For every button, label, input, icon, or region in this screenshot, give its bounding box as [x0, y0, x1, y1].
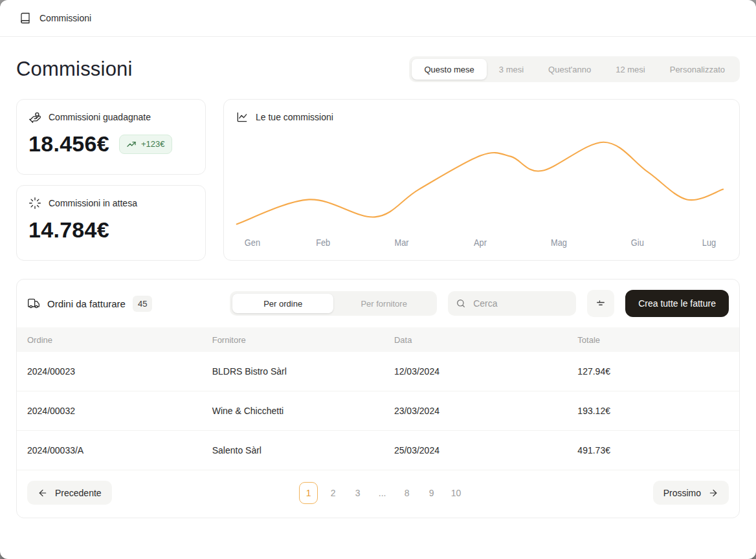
chart-body: GenFebMarAprMagGiuLug: [236, 127, 728, 249]
cell-data: 25/03/2024: [384, 445, 567, 455]
chart-line-icon: [236, 111, 249, 124]
pending-value: 14.784€: [28, 217, 109, 243]
orders-view-tabs: Per ordine Per fornitore: [230, 291, 437, 316]
stats-column: Commissioni guadagnate 18.456€ +123€: [16, 99, 206, 261]
earned-card-header: Commissioni guadagnate: [28, 111, 194, 124]
hand-coins-icon: [28, 111, 41, 124]
page-number-8[interactable]: 8: [397, 482, 416, 504]
orders-table-header: Ordine Fornitore Data Totale: [17, 327, 739, 352]
cell-fornitore: Wine & Chicchetti: [202, 406, 384, 416]
column-header-fornitore: Fornitore: [202, 335, 384, 345]
x-axis-label: Apr: [474, 237, 487, 247]
earned-value: 18.456€: [28, 131, 109, 157]
cell-totale: 127.94€: [567, 366, 739, 377]
tab-per-fornitore[interactable]: Per fornitore: [333, 294, 434, 313]
cell-data: 23/03/2024: [384, 406, 567, 416]
tab-per-ordine[interactable]: Per ordine: [232, 294, 333, 313]
period-option-quest-anno[interactable]: Quest'anno: [536, 59, 603, 80]
page-number-2[interactable]: 2: [324, 482, 342, 504]
chart-line-series: [237, 142, 724, 225]
earned-delta-badge: +123€: [119, 135, 172, 154]
create-all-invoices-button[interactable]: Crea tutte le fatture: [625, 290, 729, 317]
commissions-chart: GenFebMarAprMagGiuLug: [236, 127, 728, 249]
commissions-chart-card: Le tue commissioni GenFebMarAprMagGiuLug: [223, 99, 740, 261]
main-content: Commissioni Questo mese 3 mesi Quest'ann…: [0, 56, 756, 518]
orders-title: Ordini da fatturare: [47, 298, 126, 309]
earned-value-row: 18.456€ +123€: [28, 131, 194, 157]
period-option-3-mesi[interactable]: 3 mesi: [487, 59, 536, 80]
previous-page-button[interactable]: Precedente: [27, 481, 112, 505]
dashboard-grid: Commissioni guadagnate 18.456€ +123€: [16, 99, 740, 261]
period-option-personalizzato[interactable]: Personalizzato: [658, 59, 737, 80]
page-numbers: 1 2 3 ... 8 9 10: [112, 482, 653, 504]
column-header-data: Data: [384, 335, 567, 345]
loader-icon: [28, 197, 41, 210]
orders-toolbar: Ordini da fatturare 45 Per ordine Per fo…: [17, 280, 739, 327]
pending-value-row: 14.784€: [28, 217, 194, 243]
period-option-12-mesi[interactable]: 12 mesi: [603, 59, 658, 80]
orders-search-box: [448, 291, 576, 316]
pending-commissions-card: Commissioni in attesa 14.784€: [16, 185, 206, 261]
column-header-ordine: Ordine: [17, 335, 202, 345]
period-selector: Questo mese 3 mesi Quest'anno 12 mesi Pe…: [409, 56, 740, 82]
cell-totale: 193.12€: [567, 406, 739, 416]
topbar: Commissioni: [0, 0, 756, 37]
table-row[interactable]: 2024/00023 BLDRS Bistro Sàrl 12/03/2024 …: [17, 352, 739, 391]
chart-card-header: Le tue commissioni: [236, 111, 728, 124]
x-axis-label: Gen: [245, 237, 260, 247]
pending-card-label: Commissioni in attesa: [49, 198, 137, 208]
x-axis-label: Mag: [551, 237, 567, 247]
next-page-button[interactable]: Prossimo: [653, 481, 729, 505]
page-number-1[interactable]: 1: [299, 482, 318, 504]
page-number-10[interactable]: 10: [447, 482, 465, 504]
cell-ordine: 2024/00032: [17, 406, 202, 416]
arrow-left-icon: [38, 488, 48, 498]
next-page-label: Prossimo: [663, 488, 701, 498]
trending-up-icon: [126, 139, 137, 149]
table-row[interactable]: 2024/00032 Wine & Chicchetti 23/03/2024 …: [17, 391, 739, 431]
topbar-title: Commissioni: [39, 13, 91, 23]
arrow-right-icon: [708, 488, 718, 498]
x-axis-label: Feb: [316, 237, 330, 247]
page-title: Commissioni: [16, 58, 133, 81]
orders-card: Ordini da fatturare 45 Per ordine Per fo…: [16, 279, 740, 518]
filter-button[interactable]: [587, 290, 614, 317]
page-header: Commissioni Questo mese 3 mesi Quest'ann…: [16, 56, 740, 82]
filter-icon: [595, 298, 606, 309]
cell-fornitore: BLDRS Bistro Sàrl: [202, 366, 384, 377]
earned-card-label: Commissioni guadagnate: [49, 112, 151, 122]
previous-page-label: Precedente: [55, 488, 102, 498]
x-axis-label: Giu: [631, 237, 644, 247]
earned-delta-value: +123€: [141, 139, 165, 149]
page-number-9[interactable]: 9: [422, 482, 441, 504]
cell-ordine: 2024/00033/A: [17, 445, 202, 455]
orders-count-badge: 45: [133, 296, 152, 312]
x-axis-label: Lug: [702, 237, 716, 247]
table-row[interactable]: 2024/00033/A Salento Sàrl 25/03/2024 491…: [17, 431, 739, 470]
orders-search-input[interactable]: [472, 298, 568, 309]
orders-title-group: Ordini da fatturare 45: [27, 296, 219, 312]
page-ellipsis: ...: [373, 482, 392, 504]
truck-icon: [27, 297, 40, 310]
cell-totale: 491.73€: [567, 445, 739, 455]
pending-card-header: Commissioni in attesa: [28, 197, 194, 210]
cell-fornitore: Salento Sàrl: [202, 445, 384, 455]
x-axis-label: Mar: [395, 237, 410, 247]
earned-commissions-card: Commissioni guadagnate 18.456€ +123€: [16, 99, 206, 175]
period-option-questo-mese[interactable]: Questo mese: [412, 59, 486, 80]
pagination: Precedente 1 2 3 ... 8 9 10 Prossimo: [17, 470, 739, 518]
page-number-3[interactable]: 3: [348, 482, 367, 504]
app-window: Commissioni Commissioni Questo mese 3 me…: [0, 0, 756, 559]
cell-ordine: 2024/00023: [17, 366, 202, 377]
cell-data: 12/03/2024: [384, 366, 567, 377]
search-icon: [456, 298, 466, 309]
book-icon: [19, 12, 31, 24]
chart-card-title: Le tue commissioni: [256, 112, 333, 122]
column-header-totale: Totale: [567, 335, 739, 345]
